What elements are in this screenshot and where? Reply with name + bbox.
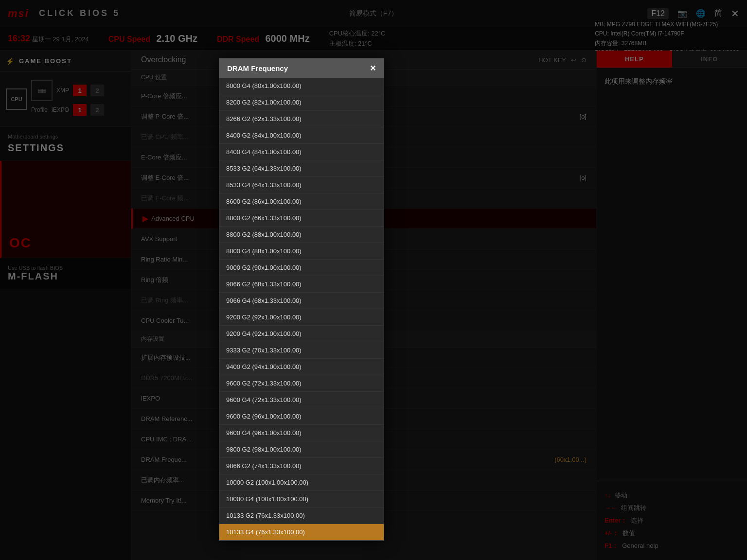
modal-overlay: DRAM Frequency ✕ 8000 G4 (80x1.00x100.00… — [0, 0, 747, 560]
modal-list-item[interactable]: 8800 G2 (66x1.33x100.00) — [219, 210, 384, 227]
modal-list-item[interactable]: 8800 G2 (88x1.00x100.00) — [219, 227, 384, 243]
modal-list-item[interactable]: 8533 G2 (64x1.33x100.00) — [219, 160, 384, 177]
modal-list-item[interactable]: 9200 G2 (92x1.00x100.00) — [219, 309, 384, 326]
modal-list-item[interactable]: 10000 G4 (100x1.00x100.00) — [219, 491, 384, 508]
modal-list-item[interactable]: 9200 G4 (92x1.00x100.00) — [219, 326, 384, 342]
modal-list-item[interactable]: 9066 G4 (68x1.33x100.00) — [219, 293, 384, 309]
modal-list-item[interactable]: 9800 G2 (98x1.00x100.00) — [219, 441, 384, 458]
modal-list-item[interactable]: 8400 G2 (84x1.00x100.00) — [219, 127, 384, 144]
modal-list-item[interactable]: 8400 G4 (84x1.00x100.00) — [219, 144, 384, 160]
modal-title: DRAM Frequency — [227, 64, 288, 72]
modal-close-button[interactable]: ✕ — [370, 64, 376, 73]
modal-list-item[interactable]: 8000 G4 (80x1.00x100.00) — [219, 78, 384, 94]
modal-list-item[interactable]: 9333 G2 (70x1.33x100.00) — [219, 342, 384, 359]
dram-frequency-modal: DRAM Frequency ✕ 8000 G4 (80x1.00x100.00… — [219, 58, 384, 541]
modal-list-item[interactable]: 9600 G2 (96x1.00x100.00) — [219, 408, 384, 425]
modal-list-item[interactable]: 10133 G2 (76x1.33x100.00) — [219, 508, 384, 524]
modal-header: DRAM Frequency ✕ — [219, 59, 384, 78]
modal-list-item[interactable]: 9600 G2 (72x1.33x100.00) — [219, 375, 384, 392]
modal-body: 8000 G4 (80x1.00x100.00)8200 G2 (82x1.00… — [219, 78, 384, 541]
modal-list-item[interactable]: 8266 G2 (62x1.33x100.00) — [219, 111, 384, 127]
modal-list-item[interactable]: 9600 G4 (72x1.33x100.00) — [219, 392, 384, 408]
modal-list-item[interactable]: 9066 G2 (68x1.33x100.00) — [219, 276, 384, 293]
modal-list-item[interactable]: 9866 G2 (74x1.33x100.00) — [219, 458, 384, 474]
modal-list-item[interactable]: 10000 G2 (100x1.00x100.00) — [219, 474, 384, 491]
modal-list-item[interactable]: 8800 G4 (88x1.00x100.00) — [219, 243, 384, 260]
modal-list[interactable]: 8000 G4 (80x1.00x100.00)8200 G2 (82x1.00… — [219, 78, 384, 541]
modal-list-item[interactable]: 9400 G2 (94x1.00x100.00) — [219, 359, 384, 375]
modal-list-item[interactable]: 9000 G2 (90x1.00x100.00) — [219, 260, 384, 276]
modal-list-item[interactable]: 8200 G2 (82x1.00x100.00) — [219, 94, 384, 111]
modal-list-item[interactable]: 9600 G4 (96x1.00x100.00) — [219, 425, 384, 441]
modal-list-item[interactable]: 8600 G2 (86x1.00x100.00) — [219, 193, 384, 210]
modal-list-item[interactable]: 10133 G4 (76x1.33x100.00) — [219, 524, 384, 541]
modal-list-item[interactable]: 8533 G4 (64x1.33x100.00) — [219, 177, 384, 193]
